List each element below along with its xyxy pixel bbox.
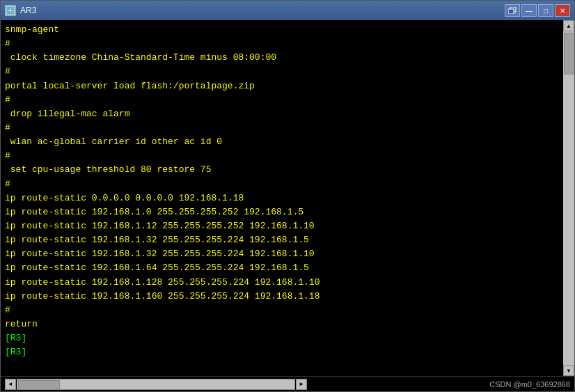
scroll-thumb-v[interactable] (564, 33, 574, 75)
scroll-up-button[interactable]: ▲ (563, 20, 574, 31)
terminal-line: # (5, 38, 10, 49)
restore-button[interactable] (505, 4, 520, 17)
terminal-line: snmp-agent (5, 24, 59, 35)
terminal-line: # (5, 150, 10, 161)
scroll-thumb-h[interactable] (18, 380, 60, 390)
terminal-line: # (5, 305, 10, 315)
terminal-line: [R3] (5, 347, 26, 357)
svg-rect-4 (508, 9, 514, 14)
horizontal-scrollbar-area: ◄ ► (5, 379, 307, 390)
terminal-line: ip route-static 0.0.0.0 0.0.0.0 192.168.… (5, 193, 244, 203)
vertical-scrollbar[interactable]: ▲ ▼ (563, 20, 574, 376)
minimize-button[interactable]: — (521, 4, 537, 17)
window: AR3 — □ ✕ snmp-agent # clock timezone Ch… (0, 0, 575, 392)
terminal-line: return (5, 319, 38, 329)
terminal-line: ip route-static 192.168.1.32 255.255.255… (5, 235, 309, 245)
title-bar-left: AR3 (5, 5, 36, 16)
title-bar: AR3 — □ ✕ (1, 1, 574, 20)
title-bar-buttons: — □ ✕ (505, 4, 570, 17)
horizontal-scrollbar[interactable] (17, 379, 295, 390)
terminal-line: clock timezone China-Standard-Time minus… (5, 52, 276, 63)
terminal-line: set cpu-usage threshold 80 restore 75 (5, 164, 211, 175)
terminal-line: ip route-static 192.168.1.160 255.255.25… (5, 291, 320, 301)
app-icon (5, 5, 16, 16)
maximize-button[interactable]: □ (538, 4, 553, 17)
scroll-down-button[interactable]: ▼ (563, 365, 574, 376)
window-title: AR3 (20, 6, 36, 15)
terminal-area: snmp-agent # clock timezone China-Standa… (1, 20, 574, 376)
terminal-line: drop illegal-mac alarm (5, 109, 129, 119)
terminal-line: ip route-static 192.168.1.32 255.255.255… (5, 249, 315, 259)
scroll-right-button[interactable]: ► (296, 379, 307, 390)
terminal-line: # (5, 66, 10, 77)
bottom-bar: ◄ ► CSDN @m0_63692868 (1, 376, 574, 391)
terminal-line: portal local-server load flash:/portalpa… (5, 81, 255, 91)
terminal-line: [R3] (5, 333, 26, 343)
terminal-line: # (5, 123, 10, 133)
scroll-left-button[interactable]: ◄ (5, 379, 16, 390)
close-button[interactable]: ✕ (555, 4, 570, 17)
terminal-line: ip route-static 192.168.1.64 255.255.255… (5, 262, 309, 273)
watermark-text: CSDN @m0_63692868 (489, 380, 570, 389)
terminal-output[interactable]: snmp-agent # clock timezone China-Standa… (1, 20, 563, 376)
terminal-line: ip route-static 192.168.1.0 255.255.255.… (5, 207, 304, 217)
terminal-line: ip route-static 192.168.1.12 255.255.255… (5, 221, 315, 231)
terminal-line: # (5, 95, 10, 105)
terminal-line: ip route-static 192.168.1.128 255.255.25… (5, 277, 320, 288)
terminal-line: wlan ac-global carrier id other ac id 0 (5, 136, 222, 147)
terminal-line: # (5, 179, 10, 189)
